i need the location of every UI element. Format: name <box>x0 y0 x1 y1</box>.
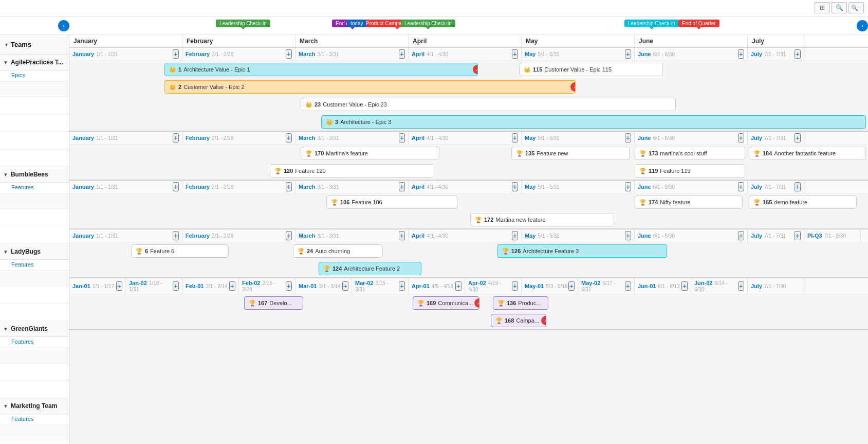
milestone-leadership-checkin-3: Leadership Check-in <box>624 20 679 27</box>
epic-23-bar[interactable]: 👑 23 Customer Value - Epic 23 <box>301 98 676 111</box>
mt-jan01: Jan-011/1 - 1/17 + <box>69 278 126 294</box>
grid-view-button[interactable]: ⊞ <box>815 2 830 13</box>
agilepractices-bars: 👑 1 Architecture Value - Epic 1 ↗ 👑 115 … <box>69 61 868 131</box>
add-lb-apr-button[interactable]: + <box>512 182 518 191</box>
add-lb-feb-button[interactable]: + <box>286 182 292 191</box>
bar-row: 🏆 168 Campa... ↗ <box>69 312 868 329</box>
bar-row: 🏆 106 Feature 106 🏆 174 Nifty feature 🏆 <box>69 193 868 211</box>
sidebar-item-agilepractices[interactable]: ▼ AgilePractices T... <box>0 55 69 70</box>
gg-jul: July7/1 - 7/31 + <box>748 229 804 242</box>
add-jul-button[interactable]: + <box>795 49 801 59</box>
add-lb-jul-button[interactable]: + <box>795 182 801 191</box>
add-gg-feb-button[interactable]: + <box>286 231 292 240</box>
feature-167-bar[interactable]: 🏆 167 Develo... <box>244 296 303 310</box>
feature-136-bar[interactable]: 🏆 136 Produc... <box>493 296 548 310</box>
add-lb-may-button[interactable]: + <box>625 182 631 191</box>
sidebar-item-marketing[interactable]: ▼ Marketing Team <box>0 398 69 414</box>
mt-apr01: Apr-014/5 - 4/18 + <box>409 278 465 294</box>
feature-126-bar[interactable]: 🏆 126 Architecture Feature 3 <box>497 244 667 258</box>
add-mt-mar02-button[interactable]: + <box>399 281 405 291</box>
lb-may: May5/1 - 5/31 + <box>522 181 635 193</box>
epic-1-bar[interactable]: 👑 1 Architecture Value - Epic 1 ↗ <box>164 63 478 76</box>
feature-165-bar[interactable]: 🏆 165 demo feature <box>749 196 857 209</box>
feature-120-bar[interactable]: 🏆 120 Feature 120 <box>270 164 434 177</box>
group-name-marketing: Marketing Team <box>11 402 57 410</box>
feature-6-bar[interactable]: 🏆 6 Feature 6 <box>131 244 229 258</box>
trophy-icon: 🏆 <box>639 199 647 206</box>
add-jun-button[interactable]: + <box>738 49 744 59</box>
add-bb-may-button[interactable]: + <box>625 133 631 143</box>
feature-24-bar[interactable]: 🏆 24 Auto churning <box>293 244 383 258</box>
add-mt-feb02-button[interactable]: + <box>286 281 292 291</box>
add-bb-apr-button[interactable]: + <box>512 133 518 143</box>
zoom-out-button[interactable]: 🔍− <box>848 2 864 13</box>
add-mt-jun02-button[interactable]: + <box>738 281 744 291</box>
add-lb-jan-button[interactable]: + <box>173 182 179 191</box>
add-feb-button[interactable]: + <box>286 49 292 59</box>
add-jan-button[interactable]: + <box>173 49 179 59</box>
feature-124-bar[interactable]: 🏆 124 Architecture Feature 2 <box>319 262 421 275</box>
add-mt-jan02-button[interactable]: + <box>173 281 179 291</box>
add-may-button[interactable]: + <box>625 49 631 59</box>
add-gg-jan-button[interactable]: + <box>173 231 179 240</box>
add-gg-mar-button[interactable]: + <box>399 231 405 240</box>
add-mt-jan01-button[interactable]: + <box>116 281 122 291</box>
milestone-strip: ‹ Leadership Check-in End of Quarter Pro… <box>0 16 868 35</box>
milestone-leadership-checkin-1: Leadership Check-in <box>216 20 270 27</box>
add-mt-apr01-button[interactable]: + <box>455 281 461 291</box>
nav-left-button[interactable]: ‹ <box>58 20 69 31</box>
add-bb-jan-button[interactable]: + <box>173 133 179 143</box>
chevron-down-icon: ▼ <box>3 403 8 409</box>
epic-2-bar[interactable]: 👑 2 Customer Value - Epic 2 ↗ <box>164 80 576 94</box>
add-mar-button[interactable]: + <box>399 49 405 59</box>
feature-184-bar[interactable]: 🏆 184 Another fantastic feature <box>749 147 866 160</box>
add-bb-feb-button[interactable]: + <box>286 133 292 143</box>
feature-135-bar[interactable]: 🏆 135 Feature new <box>511 147 630 160</box>
feature-174-bar[interactable]: 🏆 174 Nifty feature <box>635 196 743 209</box>
add-mt-feb01-button[interactable]: + <box>229 281 235 291</box>
epic-3-bar[interactable]: 👑 3 Architecture - Epic 3 <box>321 115 866 129</box>
crown-icon: 👑 <box>169 84 176 91</box>
crown-icon: 👑 <box>305 101 312 108</box>
sidebar-item-bumblebees[interactable]: ▼ BumbleBees <box>0 167 69 183</box>
add-gg-jul-button[interactable]: + <box>795 231 801 240</box>
add-mt-may02-button[interactable]: + <box>625 281 631 291</box>
feature-119-bar[interactable]: 🏆 119 Feature 119 <box>635 164 745 177</box>
zoom-in-button[interactable]: 🔍 <box>832 2 847 13</box>
nav-right-button[interactable]: › <box>857 20 868 31</box>
add-mt-may01-button[interactable]: + <box>568 281 575 291</box>
feature-169-bar[interactable]: 🏆 169 Communica... ↗ <box>413 296 479 310</box>
link-icon: ↗ <box>473 65 478 74</box>
add-apr-button[interactable]: + <box>512 49 518 59</box>
crown-icon: 👑 <box>326 119 333 126</box>
ap-mar: March3/1 - 3/31 + <box>296 48 409 60</box>
add-lb-mar-button[interactable]: + <box>399 182 405 191</box>
add-bb-mar-button[interactable]: + <box>399 133 405 143</box>
ap-may: May5/1 - 5/31 + <box>522 48 635 60</box>
sidebar-item-ladybugs[interactable]: ▼ LadyBugs <box>0 244 69 260</box>
feature-170-bar[interactable]: 🏆 170 Martina's feature <box>301 147 439 160</box>
add-mt-apr02-button[interactable]: + <box>512 281 518 291</box>
epic-115-bar[interactable]: 👑 115 Customer Value - Epic 115 <box>519 63 663 76</box>
mt-feb02: Feb-022/15 - 2/28 + <box>239 278 296 294</box>
add-bb-jul-button[interactable]: + <box>795 133 801 143</box>
add-mt-jun01-button[interactable]: + <box>681 281 688 291</box>
feature-106-bar[interactable]: 🏆 106 Feature 106 <box>326 196 457 209</box>
feature-173-bar[interactable]: 🏆 173 martina's cool stuff <box>635 147 745 160</box>
add-bb-jun-button[interactable]: + <box>738 133 744 143</box>
add-gg-jun-button[interactable]: + <box>738 231 744 240</box>
feature-168-bar[interactable]: 🏆 168 Campa... ↗ <box>491 314 546 327</box>
add-lb-jun-button[interactable]: + <box>738 182 744 191</box>
add-gg-apr-button[interactable]: + <box>512 231 518 240</box>
ladybugs-bars: 🏆 106 Feature 106 🏆 174 Nifty feature 🏆 <box>69 193 868 228</box>
group-name-greengiants: GreenGiants <box>11 325 48 332</box>
bb-jan: January1/1 - 1/31 + <box>69 132 182 144</box>
sidebar-item-greengiants[interactable]: ▼ GreenGiants <box>0 321 69 337</box>
mt-mar01: Mar-013/1 - 3/14 + <box>296 278 352 294</box>
sub-label-features-lb: Features <box>0 260 69 271</box>
add-mt-mar01-button[interactable]: + <box>342 281 348 291</box>
greengiants-bars: 🏆 6 Feature 6 🏆 24 Auto churning 🏆 <box>69 242 868 277</box>
add-gg-may-button[interactable]: + <box>625 231 631 240</box>
feature-172-bar[interactable]: 🏆 172 Martina new feature <box>470 213 614 226</box>
chevron-down-icon: ▼ <box>3 326 8 332</box>
